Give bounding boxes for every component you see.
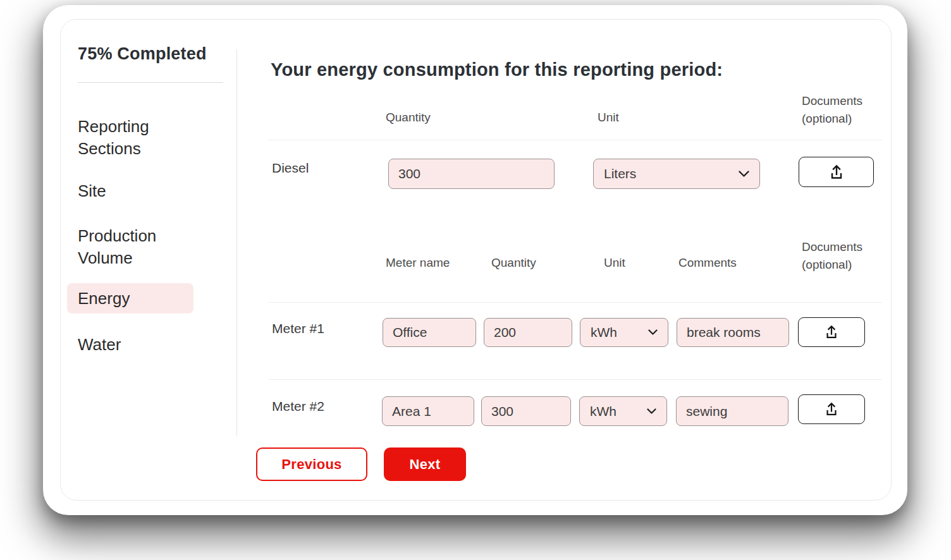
row-label-meter-2: Meter #2	[272, 399, 324, 414]
meter-2-comments-input[interactable]	[676, 396, 788, 426]
meter-header-documents: Documents (optional)	[802, 238, 874, 274]
fuel-header-documents: Documents (optional)	[802, 92, 874, 128]
meter-2-name-input[interactable]	[382, 396, 474, 426]
sidebar-item-energy-label: Energy	[78, 289, 130, 308]
sidebar-content-vertical-divider	[236, 49, 237, 435]
meter-header-comments: Comments	[678, 256, 737, 270]
previous-button[interactable]: Previous	[256, 447, 367, 481]
upload-icon	[824, 324, 839, 340]
meter-1-name-input[interactable]	[383, 318, 476, 347]
progress-label: 75% Completed	[78, 44, 207, 64]
fuel-table-divider	[269, 140, 882, 140]
meter-table-divider-1	[269, 302, 882, 303]
diesel-unit-value: Liters	[604, 166, 636, 181]
sidebar-item-water[interactable]: Water	[78, 334, 204, 356]
upload-icon	[824, 401, 839, 417]
meter-header-unit: Unit	[604, 256, 625, 270]
meter-2-quantity-input[interactable]	[481, 396, 571, 426]
next-button[interactable]: Next	[384, 447, 466, 481]
sidebar-item-energy-active[interactable]: Energy	[67, 283, 193, 313]
fuel-header-unit: Unit	[598, 111, 619, 125]
diesel-upload-button[interactable]	[799, 157, 874, 187]
chevron-down-icon	[648, 329, 658, 336]
row-label-meter-1: Meter #1	[272, 321, 324, 336]
meter-2-upload-button[interactable]	[798, 394, 865, 424]
meter-table-divider-2	[269, 379, 882, 380]
meter-1-unit-value: kWh	[591, 325, 617, 340]
sidebar-item-site[interactable]: Site	[78, 180, 204, 202]
fuel-header-quantity: Quantity	[386, 111, 431, 125]
upload-icon	[828, 164, 845, 181]
diesel-unit-select[interactable]: Liters	[593, 159, 760, 189]
sidebar-divider	[78, 82, 223, 83]
meter-1-unit-select[interactable]: kWh	[580, 318, 668, 347]
diesel-quantity-input[interactable]	[388, 159, 555, 189]
sidebar-item-production-volume[interactable]: Production Volume	[78, 225, 204, 269]
meter-2-unit-value: kWh	[590, 404, 617, 419]
meter-2-unit-select[interactable]: kWh	[579, 396, 667, 426]
chevron-down-icon	[647, 408, 656, 415]
meter-1-upload-button[interactable]	[798, 317, 865, 347]
meter-header-name: Meter name	[386, 256, 450, 270]
page-title: Your energy consumption for this reporti…	[271, 59, 814, 80]
meter-1-comments-input[interactable]	[677, 318, 789, 347]
chevron-down-icon	[739, 171, 749, 178]
meter-1-quantity-input[interactable]	[484, 318, 572, 347]
meter-header-quantity: Quantity	[491, 256, 536, 270]
row-label-diesel: Diesel	[272, 161, 309, 176]
report-card: 75% Completed Reporting Sections Site Pr…	[43, 5, 907, 515]
sidebar-item-reporting-sections[interactable]: Reporting Sections	[78, 116, 204, 160]
